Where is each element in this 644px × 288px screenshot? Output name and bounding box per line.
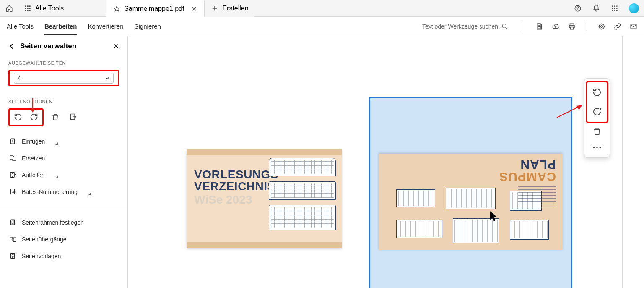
svg-point-56 [600,147,601,148]
print-icon[interactable] [568,23,576,30]
svg-point-32 [601,25,603,27]
delete-page-button[interactable] [49,111,61,123]
crop-action[interactable]: Seitenrahmen festlegen [8,215,119,230]
rotate-cw-button[interactable] [28,111,40,123]
help-button[interactable] [569,0,587,17]
page-actions-list-2: Seitenrahmen festlegen Seitenübergänge S… [8,215,119,263]
float-more[interactable] [589,140,605,155]
document-tab-label: Sammelmappe1.pdf [124,5,184,13]
crop-icon [9,219,17,226]
close-panel-icon[interactable] [113,43,119,49]
split-icon [9,171,17,179]
close-icon[interactable] [190,5,198,13]
transitions-icon [9,236,17,243]
svg-point-31 [599,24,604,29]
apps-button[interactable] [605,0,624,17]
link-icon[interactable] [614,23,621,30]
transitions-label: Seitenübergänge [22,236,67,243]
back-icon[interactable] [8,43,15,50]
save-icon[interactable] [535,23,543,30]
all-tools-label: Alle Tools [35,5,64,12]
right-gutter [622,36,644,288]
selected-pages-value: 4 [18,75,21,81]
extract-page-button[interactable] [67,111,79,123]
home-button[interactable] [0,0,18,17]
star-icon [112,5,121,13]
svg-rect-8 [29,10,30,11]
insert-action[interactable]: Einfügen◢ [8,134,119,149]
toolbar-sign[interactable]: Signieren [135,18,161,34]
rotate-buttons-highlight [8,108,44,126]
svg-rect-46 [11,220,15,225]
svg-rect-49 [13,238,16,241]
split-action[interactable]: Aufteilen◢ [8,168,119,182]
insert-label: Einfügen [22,138,45,145]
svg-point-20 [614,8,615,9]
svg-point-24 [616,10,618,11]
panel-title: Seiten verwalten [20,42,108,50]
svg-point-25 [502,24,506,28]
replace-icon [9,154,17,162]
selected-pages-dropdown[interactable]: 4 [8,70,119,86]
page-thumbnail-1[interactable]: VORLESUNGS- VERZEICHNIS WiSe 2023 [187,149,342,248]
transitions-action[interactable]: Seitenübergänge [8,232,119,246]
rotate-ccw-button[interactable] [12,111,24,123]
svg-line-26 [506,27,507,29]
replace-action[interactable]: Ersetzen [8,151,119,165]
toolbar-all-tools[interactable]: Alle Tools [7,18,34,34]
rotate-buttons-highlight-float [586,81,608,123]
page-options-row [8,108,119,126]
templates-action[interactable]: Seitenvorlagen [8,249,119,263]
grid-icon [23,4,32,13]
svg-rect-7 [27,10,28,11]
search-icon [501,23,508,30]
bell-icon [592,4,600,13]
svg-rect-6 [25,10,26,11]
floating-page-toolbar [584,78,610,158]
svg-point-21 [616,8,618,9]
svg-rect-1 [27,5,28,7]
float-rotate-ccw[interactable] [589,85,605,100]
create-tab-label: Erstellen [222,5,248,12]
selected-pages-label: AUSGEWÄHLTE SEITEN [8,60,119,65]
notifications-button[interactable] [587,0,605,17]
create-tab[interactable]: Erstellen [205,0,254,17]
svg-rect-40 [10,156,13,160]
account-button[interactable] [624,0,644,17]
float-rotate-cw[interactable] [589,104,605,119]
main-toolbar: Alle Tools Bearbeiten Konvertieren Signi… [0,17,644,36]
svg-text:012: 012 [12,191,16,193]
all-tools-tab[interactable]: Alle Tools [18,0,69,17]
svg-point-17 [614,5,615,7]
mail-icon[interactable] [630,23,637,30]
page-canvas[interactable]: VORLESUNGS- VERZEICHNIS WiSe 2023 [128,36,644,288]
float-delete[interactable] [589,124,605,139]
page-options-label: SEITENOPTIONEN [8,99,119,104]
svg-point-55 [596,147,598,148]
search-field[interactable]: Text oder Werkzeuge suchen [422,23,508,30]
templates-icon [9,252,17,260]
svg-rect-30 [571,27,573,29]
ai-assist-icon[interactable] [598,23,605,30]
split-label: Aufteilen [22,172,44,178]
svg-marker-60 [576,105,582,110]
document-tab[interactable]: Sammelmappe1.pdf [106,0,205,17]
toolbar-edit[interactable]: Bearbeiten [44,18,77,35]
insert-icon [9,138,17,145]
plus-icon [210,4,219,13]
bates-action[interactable]: 012 Bates-Nummerierung◢ [8,185,119,199]
toolbar-convert[interactable]: Konvertieren [88,18,123,34]
cloud-icon[interactable] [551,23,560,30]
bates-label: Bates-Nummerierung [22,189,78,195]
search-placeholder: Text oder Werkzeuge suchen [422,23,498,30]
page-thumbnail-selected[interactable]: CAMPUS PLAN [369,97,572,288]
svg-rect-0 [25,5,26,7]
svg-rect-27 [538,24,540,25]
home-icon [5,4,13,13]
bates-icon: 012 [9,188,17,196]
organize-pages-panel: Seiten verwalten AUSGEWÄHLTE SEITEN 4 SE… [0,36,128,288]
templates-label: Seitenvorlagen [22,253,61,259]
page-thumbnail-2: CAMPUS PLAN [379,154,563,250]
svg-rect-41 [13,157,16,161]
svg-point-15 [577,10,578,10]
